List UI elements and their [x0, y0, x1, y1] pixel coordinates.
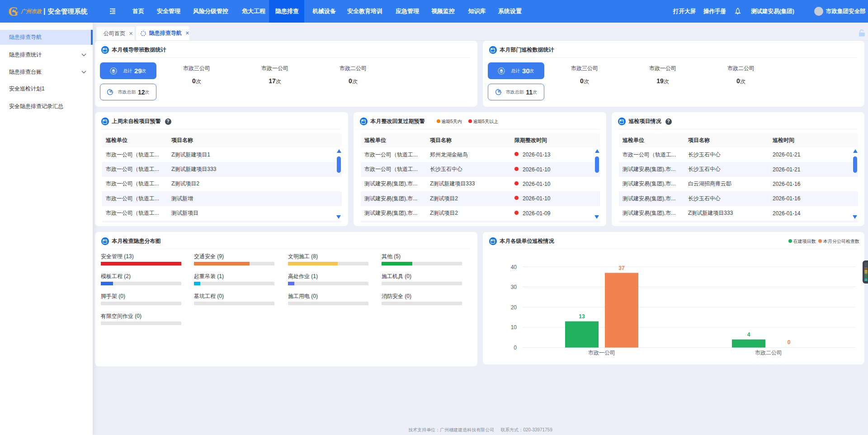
- svg-text:13: 13: [579, 313, 585, 320]
- svg-text:市政一公司: 市政一公司: [588, 350, 615, 356]
- svg-text:30: 30: [511, 284, 517, 290]
- svg-text:市政二公司: 市政二公司: [755, 350, 782, 356]
- svg-text:4: 4: [747, 331, 750, 338]
- svg-text:40: 40: [511, 264, 517, 270]
- svg-text:0: 0: [788, 339, 791, 345]
- svg-text:0: 0: [514, 345, 517, 351]
- svg-text:37: 37: [618, 265, 625, 271]
- svg-text:10: 10: [511, 324, 517, 331]
- svg-text:20: 20: [511, 304, 517, 311]
